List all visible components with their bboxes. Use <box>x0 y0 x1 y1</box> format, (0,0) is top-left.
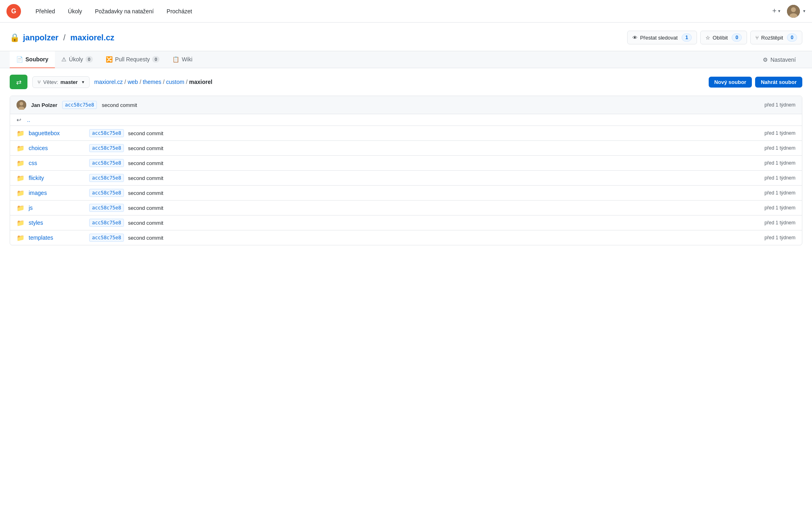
breadcrumb-sep-1: / <box>140 79 141 85</box>
file-table: Jan Polzer acc58c75e8 second commit před… <box>10 96 802 245</box>
file-time: před 1 týdnem <box>764 205 795 211</box>
table-row: 📁stylesacc58c75e8second commitpřed 1 týd… <box>10 215 802 230</box>
nav-prochazet[interactable]: Procházet <box>162 5 197 18</box>
tab-wiki[interactable]: 📋 Wiki <box>166 51 199 68</box>
up-directory-row[interactable]: ↩ .. <box>10 114 802 126</box>
commit-hash[interactable]: acc58c75e8 <box>62 101 97 109</box>
breadcrumb-part-1[interactable]: web <box>128 79 138 85</box>
breadcrumb-current: maxiorel <box>189 79 213 85</box>
file-commit-hash[interactable]: acc58c75e8 <box>89 189 124 197</box>
lock-icon: 🔒 <box>10 33 20 42</box>
file-name-link[interactable]: styles <box>29 220 85 226</box>
fork-label: Rozštěpit <box>761 35 783 41</box>
tab-settings[interactable]: ⚙ Nastavení <box>756 52 802 68</box>
table-row: 📁flickityacc58c75e8second commitpřed 1 t… <box>10 171 802 186</box>
plus-icon: + <box>772 7 776 15</box>
pr-icon: 🔀 <box>106 56 113 63</box>
pr-badge: 0 <box>152 56 159 63</box>
folder-icon: 📁 <box>17 219 25 227</box>
file-commit-hash[interactable]: acc58c75e8 <box>89 219 124 227</box>
app-logo[interactable]: G <box>6 4 21 19</box>
file-commit-message: second commit <box>128 205 760 211</box>
up-arrow-icon: ↩ <box>17 117 21 123</box>
file-name-link[interactable]: choices <box>29 145 85 151</box>
file-commit-message: second commit <box>128 190 760 196</box>
file-commit-hash[interactable]: acc58c75e8 <box>89 144 124 152</box>
file-name-link[interactable]: css <box>29 160 85 166</box>
star-button[interactable]: ☆ Oblíbit 0 <box>700 31 747 44</box>
file-time: před 1 týdnem <box>764 160 795 166</box>
svg-point-3 <box>791 7 796 12</box>
folder-icon: 📁 <box>17 174 25 182</box>
branch-selector[interactable]: ⑂ Větev: master ▾ <box>32 76 90 88</box>
file-browser: ⇄ ⑂ Větev: master ▾ maxiorel.cz / web / … <box>0 68 812 252</box>
tab-pr-label: Pull Requesty <box>115 56 150 63</box>
file-commit-message: second commit <box>128 145 760 151</box>
star-icon: ☆ <box>705 35 710 41</box>
sync-icon: ⇄ <box>16 78 21 86</box>
file-name-link[interactable]: images <box>29 190 85 196</box>
tab-pullrequests[interactable]: 🔀 Pull Requesty 0 <box>99 51 166 68</box>
breadcrumb-part-2[interactable]: themes <box>143 79 161 85</box>
repo-title: 🔒 janpolzer / maxiorel.cz <box>10 33 114 42</box>
table-row: 📁imagesacc58c75e8second commitpřed 1 týd… <box>10 186 802 201</box>
file-commit-hash[interactable]: acc58c75e8 <box>89 159 124 167</box>
star-count: 0 <box>732 33 742 42</box>
breadcrumb-sep-3: / <box>186 79 188 85</box>
nav-right: + ▾ ▾ <box>769 5 806 18</box>
folder-icon: 📁 <box>17 144 25 152</box>
nav-ukoly[interactable]: Úkoly <box>63 5 87 18</box>
file-time: před 1 týdnem <box>764 220 795 226</box>
issues-badge: 0 <box>86 56 93 63</box>
breadcrumb: maxiorel.cz / web / themes / custom / ma… <box>94 79 704 85</box>
file-name-link[interactable]: baguettebox <box>29 130 85 136</box>
create-button[interactable]: + ▾ <box>769 5 784 17</box>
tab-issues[interactable]: ⚠ Úkoly 0 <box>55 51 99 68</box>
file-name-link[interactable]: templates <box>29 234 85 241</box>
watch-button[interactable]: 👁 Přestat sledovat 1 <box>627 31 697 44</box>
tab-issues-label: Úkoly <box>69 56 83 63</box>
repo-owner-link[interactable]: janpolzer <box>23 33 59 42</box>
avatar-image <box>787 5 800 18</box>
file-time: před 1 týdnem <box>764 175 795 181</box>
nav-pozadavky[interactable]: Požadavky na natažení <box>90 5 159 18</box>
new-file-button[interactable]: Nový soubor <box>709 77 752 88</box>
table-row: 📁cssacc58c75e8second commitpřed 1 týdnem <box>10 156 802 171</box>
breadcrumb-part-3[interactable]: custom <box>166 79 184 85</box>
upload-file-button[interactable]: Nahrát soubor <box>755 77 802 88</box>
table-row: 📁jsacc58c75e8second commitpřed 1 týdnem <box>10 201 802 215</box>
tab-files[interactable]: 📄 Soubory <box>10 51 55 68</box>
breadcrumb-sep-2: / <box>163 79 165 85</box>
nav-links: Přehled Úkoly Požadavky na natažení Proc… <box>31 5 769 18</box>
watch-count: 1 <box>682 33 692 42</box>
file-time: před 1 týdnem <box>764 190 795 196</box>
file-name-link[interactable]: flickity <box>29 175 85 181</box>
file-commit-hash[interactable]: acc58c75e8 <box>89 234 124 242</box>
breadcrumb-sep-0: / <box>124 79 126 85</box>
star-label: Oblíbit <box>713 35 728 41</box>
commit-time: před 1 týdnem <box>764 102 795 108</box>
file-commit-message: second commit <box>128 235 760 241</box>
file-commit-hash[interactable]: acc58c75e8 <box>89 204 124 212</box>
breadcrumb-part-0[interactable]: maxiorel.cz <box>94 79 123 85</box>
fork-icon: ⑂ <box>755 35 759 41</box>
repo-actions: 👁 Přestat sledovat 1 ☆ Oblíbit 0 ⑂ Rozšt… <box>627 31 802 44</box>
commit-author-name: Jan Polzer <box>31 102 57 108</box>
file-toolbar: ⇄ ⑂ Větev: master ▾ maxiorel.cz / web / … <box>10 75 802 89</box>
fork-count: 0 <box>787 33 797 42</box>
file-commit-message: second commit <box>128 175 760 181</box>
fork-button[interactable]: ⑂ Rozštěpit 0 <box>750 31 802 44</box>
up-directory-link[interactable]: .. <box>27 117 84 123</box>
sync-button[interactable]: ⇄ <box>10 75 27 89</box>
user-dropdown-arrow[interactable]: ▾ <box>803 8 806 14</box>
file-name-link[interactable]: js <box>29 205 85 211</box>
file-commit-hash[interactable]: acc58c75e8 <box>89 174 124 182</box>
repo-name-link[interactable]: maxiorel.cz <box>70 33 114 42</box>
eye-icon: 👁 <box>632 35 638 41</box>
file-commit-hash[interactable]: acc58c75e8 <box>89 129 124 137</box>
user-avatar[interactable] <box>787 5 800 18</box>
file-time: před 1 týdnem <box>764 145 795 151</box>
files-icon: 📄 <box>16 56 23 63</box>
file-time: před 1 týdnem <box>764 130 795 136</box>
nav-prehled[interactable]: Přehled <box>31 5 60 18</box>
